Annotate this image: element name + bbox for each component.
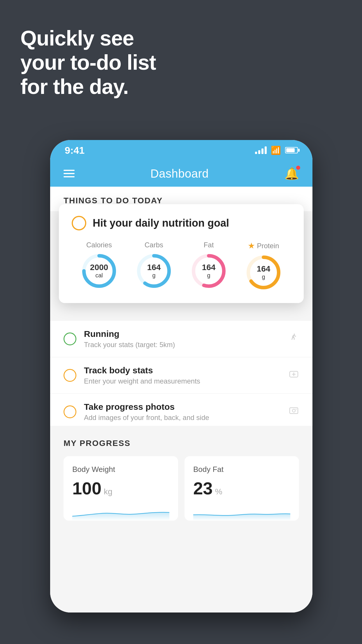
body-fat-card: Body Fat 23 % (184, 456, 299, 521)
todo-text-running: Running Track your stats (target: 5km) (84, 329, 281, 349)
task-checkbox[interactable] (72, 216, 86, 230)
todo-checkbox-running[interactable] (64, 332, 76, 345)
notification-dot (296, 166, 300, 170)
todo-list: Running Track your stats (target: 5km) T… (50, 321, 312, 430)
body-fat-chart (193, 503, 290, 521)
carbs-donut: 164 g (135, 252, 173, 290)
todo-title-photos: Take progress photos (84, 402, 281, 412)
signal-icon (255, 146, 267, 154)
body-fat-label: Body Fat (193, 465, 290, 474)
notification-button[interactable]: 🔔 (284, 167, 299, 181)
todo-subtitle-photos: Add images of your front, back, and side (84, 414, 281, 422)
phone-content: THINGS TO DO TODAY Hit your daily nutrit… (50, 187, 312, 612)
fat-value: 164 g (202, 263, 216, 279)
todo-item-body-stats[interactable]: Track body stats Enter your weight and m… (50, 357, 312, 394)
svg-rect-11 (290, 408, 298, 414)
calories-value: 2000 cal (90, 263, 108, 279)
todo-title-body-stats: Track body stats (84, 365, 281, 375)
progress-title: MY PROGRESS (64, 439, 299, 448)
todo-checkbox-photos[interactable] (64, 405, 76, 418)
app-header: Dashboard 🔔 (50, 160, 312, 187)
progress-section: MY PROGRESS Body Weight 100 kg (50, 426, 312, 521)
hero-text: Quickly see your to-do list for the day. (20, 26, 156, 99)
progress-cards: Body Weight 100 kg (64, 456, 299, 521)
nutrition-card: Hit your daily nutrition goal Calories 2… (59, 204, 304, 303)
hero-line1: Quickly see (20, 26, 156, 50)
status-icons: 📶 (255, 146, 298, 155)
body-fat-number: 23 (193, 480, 213, 497)
todo-checkbox-body-stats[interactable] (64, 369, 76, 382)
todo-item-running[interactable]: Running Track your stats (target: 5km) (50, 321, 312, 357)
body-weight-card: Body Weight 100 kg (64, 456, 178, 521)
carbs-value: 164 g (147, 263, 161, 279)
battery-icon (285, 147, 298, 153)
running-icon (289, 332, 299, 346)
status-bar: 9:41 📶 (50, 140, 312, 160)
protein-value: 164 g (257, 265, 270, 280)
body-fat-value: 23 % (193, 480, 290, 497)
hero-line3: for the day. (20, 75, 156, 99)
carbs-label: Carbs (145, 241, 163, 249)
body-fat-unit: % (215, 487, 222, 496)
todo-text-photos: Take progress photos Add images of your … (84, 402, 281, 422)
body-weight-value: 100 kg (72, 480, 169, 497)
card-header: Hit your daily nutrition goal (72, 216, 291, 230)
star-icon: ★ (248, 241, 255, 251)
todo-text-body-stats: Track body stats Enter your weight and m… (84, 365, 281, 385)
nutrition-fat: Fat 164 g (190, 241, 228, 290)
fat-donut: 164 g (190, 252, 228, 290)
scale-icon (289, 369, 299, 382)
body-weight-number: 100 (72, 480, 101, 497)
calories-label: Calories (86, 241, 112, 249)
todo-subtitle-body-stats: Enter your weight and measurements (84, 377, 281, 385)
body-weight-label: Body Weight (72, 465, 169, 474)
protein-donut: 164 g (245, 253, 282, 291)
calories-donut: 2000 cal (80, 252, 118, 290)
nutrition-calories: Calories 2000 cal (80, 241, 118, 290)
nutrition-protein: ★ Protein 164 g (245, 241, 282, 291)
nutrition-carbs: Carbs 164 g (135, 241, 173, 290)
svg-point-12 (292, 409, 295, 412)
todo-subtitle-running: Track your stats (target: 5km) (84, 341, 281, 349)
header-title: Dashboard (150, 167, 209, 180)
phone-frame: 9:41 📶 Dashboard 🔔 THINGS TO DO TODAY (50, 140, 312, 612)
hero-line2: your to-do list (20, 50, 156, 75)
todo-title-running: Running (84, 329, 281, 339)
body-weight-unit: kg (104, 487, 113, 496)
wifi-icon: 📶 (271, 146, 281, 155)
svg-point-13 (296, 409, 297, 410)
photo-icon (289, 405, 299, 419)
protein-label: ★ Protein (248, 241, 279, 251)
nutrition-row: Calories 2000 cal Carbs (72, 241, 291, 291)
body-weight-chart (72, 503, 169, 521)
menu-button[interactable] (64, 170, 75, 177)
fat-label: Fat (204, 241, 214, 249)
status-time: 9:41 (65, 145, 85, 156)
nutrition-card-title: Hit your daily nutrition goal (93, 217, 229, 229)
todo-item-photos[interactable]: Take progress photos Add images of your … (50, 394, 312, 430)
